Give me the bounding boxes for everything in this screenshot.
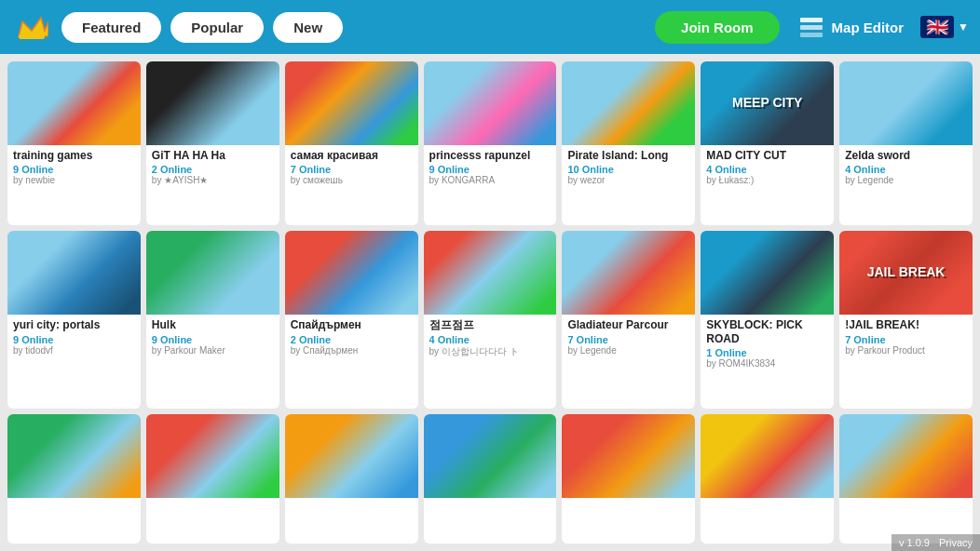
game-online-count: 7 Online: [845, 334, 967, 345]
game-title: Pirate Island: Long: [567, 149, 689, 162]
game-title: 점프점프: [429, 318, 551, 331]
game-title: training games: [13, 149, 135, 162]
game-title: MAD CITY CUT: [706, 149, 828, 162]
game-author: by сможешь: [291, 175, 413, 185]
game-title: Спайдърмен: [291, 318, 413, 331]
header: Featured Popular New Join Room Map Edito…: [0, 0, 980, 54]
game-card[interactable]: GiT HA HA Ha2 Onlineby ★AYISH★: [146, 61, 279, 225]
game-title: Hulk: [152, 318, 274, 331]
game-card[interactable]: Hulk9 Onlineby Parkour Maker: [146, 231, 279, 409]
game-title: SKYBLOCK: PICK ROAD: [706, 318, 828, 345]
game-title: !JAIL BREAK!: [845, 318, 967, 331]
game-card[interactable]: [424, 414, 557, 544]
thumb-overlay-text: MEEP CITY: [732, 96, 802, 110]
chevron-down-icon: ▼: [958, 20, 969, 34]
svg-rect-4: [800, 33, 823, 37]
game-title: Zelda sword: [845, 149, 967, 162]
new-button[interactable]: New: [273, 12, 343, 43]
game-online-count: 2 Online: [152, 164, 274, 175]
footer: v 1.0.9 Privacy: [892, 534, 980, 551]
game-online-count: 7 Online: [291, 164, 413, 175]
game-author: by wezor: [567, 175, 689, 185]
game-title: yuri city: portals: [13, 318, 135, 331]
game-card[interactable]: Pirate Island: Long10 Onlineby wezor: [562, 61, 695, 225]
game-author: by Łukasz:): [706, 175, 828, 185]
map-editor-area[interactable]: Map Editor: [798, 14, 905, 40]
game-card[interactable]: MEEP CITYMAD CITY CUT4 Onlineby Łukasz:): [701, 61, 834, 225]
game-title: princesss rapunzel: [429, 149, 551, 162]
thumb-overlay-text: JAIL BREAK: [867, 266, 946, 280]
game-title: самая красивая: [291, 149, 413, 162]
svg-rect-2: [800, 18, 823, 22]
game-author: by Спайдърмен: [291, 345, 413, 356]
game-card[interactable]: Zelda sword4 Onlineby Legende: [839, 61, 973, 225]
svg-rect-3: [800, 25, 823, 30]
game-card[interactable]: 점프점프4 Onlineby 이상합니다다다 ト: [424, 231, 557, 409]
game-card[interactable]: [146, 414, 279, 544]
game-title: GiT HA HA Ha: [152, 149, 274, 162]
game-author: by Legende: [845, 175, 967, 185]
game-card[interactable]: SKYBLOCK: PICK ROAD1 Onlineby ROM4IK3834: [701, 231, 834, 409]
game-online-count: 9 Online: [429, 164, 551, 175]
game-online-count: 10 Online: [567, 164, 689, 175]
privacy-link[interactable]: Privacy: [939, 537, 973, 548]
game-online-count: 9 Online: [13, 164, 135, 175]
game-card[interactable]: Спайдърмен2 Onlineby Спайдърмен: [285, 231, 418, 409]
game-author: by KONGARRA: [429, 175, 551, 185]
game-online-count: 4 Online: [429, 334, 551, 345]
game-online-count: 7 Online: [567, 334, 689, 345]
game-card[interactable]: самая красивая7 Onlineby сможешь: [285, 61, 418, 225]
game-card[interactable]: [701, 414, 834, 544]
game-online-count: 4 Online: [706, 164, 828, 175]
game-author: by tidodvf: [13, 345, 135, 356]
game-card[interactable]: training games9 Onlineby newbie: [7, 61, 141, 225]
game-card[interactable]: Gladiateur Parcour7 Onlineby Legende: [562, 231, 695, 409]
game-author: by 이상합니다다다 ト: [429, 345, 551, 358]
game-online-count: 1 Online: [706, 347, 828, 358]
game-grid: training games9 Onlineby newbieGiT HA HA…: [0, 54, 980, 551]
svg-rect-1: [19, 34, 45, 39]
game-card[interactable]: princesss rapunzel9 Onlineby KONGARRA: [424, 61, 557, 225]
game-card[interactable]: JAIL BREAK!JAIL BREAK!7 Onlineby Parkour…: [839, 231, 973, 409]
game-author: by ★AYISH★: [152, 175, 274, 185]
popular-button[interactable]: Popular: [170, 12, 264, 43]
game-card[interactable]: [285, 414, 418, 544]
join-room-button[interactable]: Join Room: [655, 11, 780, 44]
featured-button[interactable]: Featured: [61, 12, 161, 43]
game-author: by Parkour Product: [845, 345, 967, 356]
game-online-count: 9 Online: [152, 334, 274, 345]
uk-flag-icon: 🇬🇧: [920, 16, 954, 38]
game-author: by newbie: [13, 175, 135, 185]
game-card[interactable]: [839, 414, 973, 544]
game-title: Gladiateur Parcour: [567, 318, 689, 331]
language-button[interactable]: 🇬🇧 ▼: [920, 16, 969, 38]
map-editor-icon: [798, 14, 824, 40]
crown-icon[interactable]: [11, 7, 52, 47]
game-author: by ROM4IK3834: [706, 358, 828, 369]
game-card[interactable]: [562, 414, 695, 544]
svg-marker-0: [19, 18, 48, 36]
game-online-count: 4 Online: [845, 164, 967, 175]
version-label: v 1.0.9: [899, 537, 930, 548]
game-online-count: 9 Online: [13, 334, 135, 345]
game-card[interactable]: yuri city: portals9 Onlineby tidodvf: [7, 231, 141, 409]
game-author: by Legende: [567, 345, 689, 356]
game-card[interactable]: [7, 414, 141, 544]
game-online-count: 2 Online: [291, 334, 413, 345]
game-author: by Parkour Maker: [152, 345, 274, 356]
map-editor-label: Map Editor: [832, 20, 905, 35]
